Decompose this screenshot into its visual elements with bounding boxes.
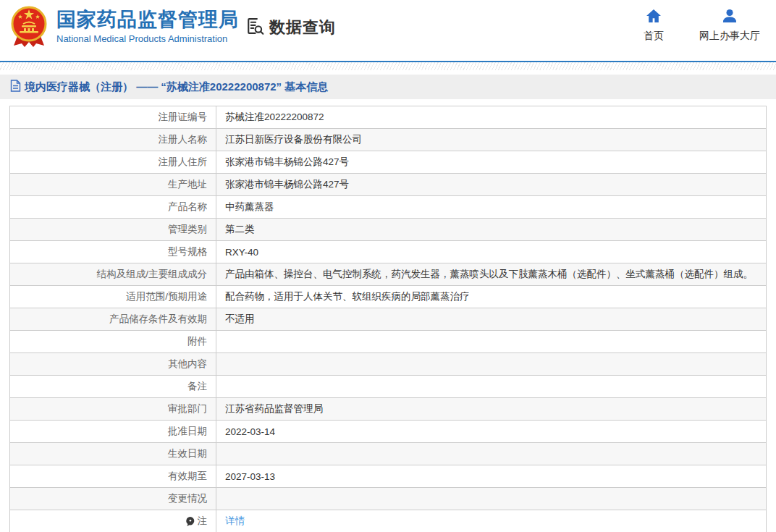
row-label: 注 [10, 510, 216, 532]
row-label: 产品名称 [10, 196, 216, 218]
home-icon [646, 9, 662, 26]
note-icon [185, 516, 195, 527]
table-row: 注册人住所 张家港市锦丰杨锦公路427号 [10, 151, 766, 174]
hatch-pattern-strip [0, 62, 776, 70]
row-value: 2022-03-14 [216, 421, 766, 442]
national-emblem-icon[interactable] [7, 4, 51, 49]
nav-item-label: 首页 [644, 30, 664, 43]
page-header: 国家药品监督管理局 National Medical Products Admi… [0, 0, 776, 61]
table-row: 附件 [10, 331, 766, 353]
row-label: 适用范围/预期用途 [10, 286, 216, 308]
row-label: 附件 [10, 331, 216, 352]
table-row: 注册人名称 江苏日新医疗设备股份有限公司 [10, 129, 766, 151]
row-label: 产品储存条件及有效期 [10, 308, 216, 330]
row-label-text: 注 [198, 515, 208, 528]
row-label: 注册人住所 [10, 151, 216, 173]
table-row: 注 详情 [10, 510, 766, 532]
nav-item-home[interactable]: 首页 [636, 9, 672, 43]
breadcrumb: 境内医疗器械（注册） —— “苏械注准20222200872” 基本信息 [0, 75, 776, 99]
table-row: 注册证编号 苏械注准20222200872 [10, 106, 766, 129]
row-value: 产品由箱体、操控台、电气控制系统，药汽发生器，薰蒸喷头以及下肢薰蒸木桶（选配件）… [216, 263, 766, 285]
table-row: 产品名称 中药薰蒸器 [10, 196, 766, 219]
table-row: 生产地址 张家港市锦丰杨锦公路427号 [10, 174, 766, 196]
table-row: 批准日期 2022-03-14 [10, 421, 766, 443]
table-row: 管理类别 第二类 [10, 219, 766, 241]
table-row: 其他内容 [10, 353, 766, 376]
table-row: 生效日期 [10, 443, 766, 465]
row-label: 管理类别 [10, 219, 216, 240]
table-row: 审批部门 江苏省药品监督管理局 [10, 398, 766, 421]
row-value: 第二类 [216, 219, 766, 240]
user-icon [722, 9, 738, 26]
row-value [216, 331, 766, 352]
data-query-icon [245, 16, 265, 39]
nav-item-service-hall[interactable]: 网上办事大厅 [699, 9, 760, 43]
row-label: 生产地址 [10, 174, 216, 195]
document-icon [10, 80, 21, 95]
row-value [216, 488, 766, 510]
row-value: 江苏日新医疗设备股份有限公司 [216, 129, 766, 151]
data-query-section[interactable]: 数据查询 [245, 16, 336, 39]
nav-item-label: 网上办事大厅 [699, 30, 760, 43]
row-value [216, 443, 766, 465]
row-value: 中药薰蒸器 [216, 196, 766, 218]
row-value: 张家港市锦丰杨锦公路427号 [216, 174, 766, 195]
row-label: 审批部门 [10, 398, 216, 420]
row-label: 变更情况 [10, 488, 216, 510]
row-label: 备注 [10, 376, 216, 397]
row-value: 不适用 [216, 308, 766, 330]
row-value: 配合药物，适用于人体关节、软组织疾病的局部薰蒸治疗 [216, 286, 766, 308]
data-query-label: 数据查询 [269, 17, 336, 38]
row-value: 2027-03-13 [216, 465, 766, 487]
registration-info-table: 注册证编号 苏械注准20222200872 注册人名称 江苏日新医疗设备股份有限… [9, 106, 767, 532]
row-label: 注册证编号 [10, 106, 216, 128]
row-label: 型号规格 [10, 241, 216, 263]
breadcrumb-text: 境内医疗器械（注册） —— “苏械注准20222200872” 基本信息 [25, 80, 328, 94]
row-label: 有效期至 [10, 465, 216, 487]
row-label: 批准日期 [10, 421, 216, 442]
row-label: 其他内容 [10, 353, 216, 375]
table-row: 有效期至 2027-03-13 [10, 465, 766, 488]
org-name-en: National Medical Products Administration [56, 33, 239, 44]
row-value: 张家港市锦丰杨锦公路427号 [216, 151, 766, 173]
table-row: 型号规格 RXY-40 [10, 241, 766, 263]
org-name-zh: 国家药品监督管理局 [56, 9, 239, 31]
row-label: 结构及组成/主要组成成分 [10, 263, 216, 285]
table-row: 变更情况 [10, 488, 766, 510]
org-names: 国家药品监督管理局 National Medical Products Admi… [56, 9, 239, 44]
row-value: 苏械注准20222200872 [216, 106, 766, 128]
table-row: 结构及组成/主要组成成分 产品由箱体、操控台、电气控制系统，药汽发生器，薰蒸喷头… [10, 263, 766, 286]
row-value [216, 353, 766, 375]
table-row: 产品储存条件及有效期 不适用 [10, 308, 766, 331]
top-nav: 首页 网上办事大厅 [636, 9, 760, 43]
row-label: 注册人名称 [10, 129, 216, 151]
row-value: RXY-40 [216, 241, 766, 263]
table-row: 适用范围/预期用途 配合药物，适用于人体关节、软组织疾病的局部薰蒸治疗 [10, 286, 766, 308]
details-link[interactable]: 详情 [225, 515, 245, 528]
row-value: 江苏省药品监督管理局 [216, 398, 766, 420]
row-value [216, 376, 766, 397]
row-label: 生效日期 [10, 443, 216, 465]
row-value: 详情 [216, 510, 766, 532]
table-row: 备注 [10, 376, 766, 398]
